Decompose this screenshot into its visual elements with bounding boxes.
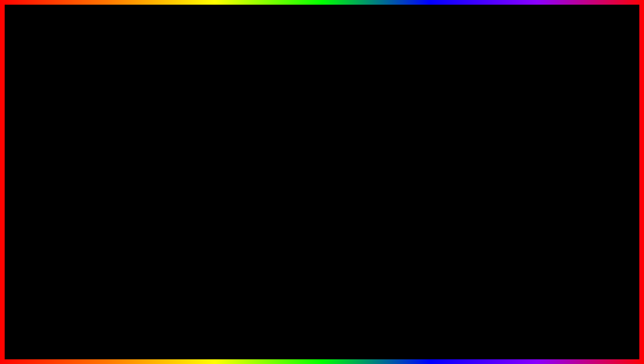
panel-2-close[interactable]: ✕ — [190, 148, 193, 152]
sidebar-raid[interactable]: ✓ Raid — [26, 122, 63, 129]
check2-icon-2: ✓ — [61, 168, 63, 171]
panel-1-close[interactable]: ✕ — [190, 69, 193, 73]
check-icon-6: ✓ — [34, 124, 37, 127]
sidebar-sky-label: Sky — [38, 140, 44, 144]
circle-icon-3 — [29, 94, 32, 98]
sidebar-stats[interactable]: ✓ Stats — [26, 107, 63, 114]
sidebar-item[interactable]: ✓ Item & — [26, 100, 63, 107]
panel-2-min[interactable]: — — [183, 148, 187, 152]
circle-icon-4 — [29, 102, 32, 105]
main-title: BLOX FRUITS — [123, 8, 520, 70]
circle-icon-6 — [29, 116, 32, 120]
health-mob-row[interactable]: Health Mob — [65, 88, 195, 98]
teleport-gear-row[interactable]: Teleport to Gear ⚙ — [91, 186, 195, 196]
update-script: SCRIPT — [259, 321, 394, 358]
sidebar2-worldteleport[interactable]: ✓ World Teleport — [53, 175, 89, 186]
auto-train-race-row[interactable]: Auto Train Race — [91, 212, 195, 221]
panel-2-header: Ego Hub — ✕ — [53, 145, 197, 155]
feature-smooth: SMOOTH — [509, 213, 626, 231]
sidebar2-misc[interactable]: ✓ Misc — [53, 216, 89, 223]
sidebar2-devilfruit[interactable]: ✓ Devil Fruit — [53, 194, 89, 201]
sidebar2-sky[interactable]: 👤 Sky — [53, 223, 89, 234]
feature-fast-attack: FAST ATTACK — [509, 177, 626, 195]
sidebar2-localplayers[interactable]: ✓ Local Players — [53, 164, 89, 175]
avatar-icon: 👤 — [29, 138, 36, 145]
panel-2-controls: — ✕ — [183, 148, 193, 152]
move-cam-moon-label: Move Cam to Moon — [94, 179, 129, 183]
ui-panels: Ego Hub — ✕ Welcome — [25, 65, 198, 237]
check2-icon-5: ✓ — [61, 196, 63, 199]
sidebar-esp[interactable]: ✓ ESP — [26, 114, 63, 122]
sidebar-setting[interactable]: ✓ Setting — [26, 92, 63, 100]
check-icon-5: ✓ — [34, 116, 37, 120]
sidebar-general[interactable]: ✓ General — [26, 85, 63, 92]
sidebar-localp-label: Local P — [38, 131, 51, 135]
logo-text-area: BLX FRUITS — [567, 327, 613, 356]
feature-no-lag: NO LAG — [509, 231, 626, 250]
panel-2-main: Auto Turn On Race v3 Auto Turn On Race v… — [90, 155, 197, 235]
check2-icon-6: ✓ — [61, 203, 63, 207]
panel-2-body: ✓ Raid ✓ Local Players ✓ W — [53, 155, 197, 235]
check2-icon: ✓ — [61, 158, 63, 162]
sidebar-welcome-label: Welcome — [34, 79, 49, 83]
sidebar2-racev4[interactable]: ✓ Race V4 — [53, 201, 89, 208]
move-cam-moon-row[interactable]: Move Cam to Moon — [91, 176, 195, 186]
sidebar-stats-label: Stats — [38, 109, 47, 113]
auto-buy-gear-row[interactable]: Auto Buy Gear — [91, 202, 195, 211]
panel-orange-wrapper: Ego Hub — ✕ Welcome — [25, 65, 198, 150]
race-v4-toggle[interactable] — [186, 168, 192, 174]
feature-race-v4: RACE V4 — [509, 158, 626, 177]
sidebar2-statussever[interactable]: ✓ Status Sever — [53, 186, 89, 194]
move-cam-moon-toggle[interactable] — [186, 178, 192, 184]
sidebar2-raid[interactable]: ✓ Raid — [53, 156, 89, 164]
panel-1-header: Ego Hub — ✕ — [26, 66, 197, 76]
race-v4-section: Race v4 — [91, 196, 195, 202]
sidebar-welcome[interactable]: Welcome — [26, 77, 63, 85]
sidebar2-shop[interactable]: ✓ Shop — [53, 208, 89, 216]
health-mob-toggle[interactable] — [186, 90, 192, 96]
panel-1-min[interactable]: — — [183, 69, 187, 73]
sidebar-esp-label: ESP — [38, 116, 46, 120]
bottom-bar: UPDATE 20 SCRIPT PASTEBIN — [5, 318, 639, 359]
logo-container: BLX FRUITS — [542, 327, 613, 356]
sidebar-localp[interactable]: ✓ Local P — [26, 129, 63, 136]
teleport-gear-label: Teleport to Gear — [94, 189, 123, 193]
panel-1-main: Auto Farm Gun Mastery ✓ Health Mob — [63, 76, 197, 149]
ship-wheel-icon — [542, 330, 565, 353]
update-label: UPDATE — [65, 321, 213, 358]
race-v3-label: Auto Turn On Race v3 — [94, 159, 134, 163]
check2-icon-8: ✓ — [61, 218, 63, 221]
check-icon-3: ✓ — [34, 102, 37, 105]
checkmark-active: ✓ — [186, 79, 192, 85]
race-v4-row[interactable]: Auto Turn On Race v4 — [91, 166, 195, 176]
panel-1-body: Welcome ✓ General ✓ Setting — [26, 76, 197, 149]
auto-buy-gear-toggle[interactable] — [186, 204, 192, 210]
auto-farm-gun-mastery-row[interactable]: Auto Farm Gun Mastery ✓ — [65, 77, 195, 87]
check-symbol: ✓ — [188, 80, 191, 85]
auto-train-race-toggle[interactable] — [186, 214, 192, 220]
logo-area: BLX FRUITS — [542, 327, 613, 356]
teleport-gear-icon[interactable]: ⚙ — [186, 188, 192, 194]
sidebar2-sky-label: Sky — [65, 226, 71, 230]
race-v4-label: Auto Turn On Race v4 — [94, 169, 134, 173]
sidebar-raid-label: Raid — [38, 123, 46, 127]
check-icon-7: ✓ — [34, 131, 37, 135]
auto-buy-gear-label: Auto Buy Gear — [94, 204, 120, 209]
circle2-icon-8 — [56, 218, 59, 221]
circle2-icon-3 — [56, 179, 59, 182]
sidebar2-raid-label: Raid — [65, 158, 73, 162]
sidebar2-devilfruit-label: Devil Fruit — [65, 195, 82, 199]
features-list: AUTO FARM MASTERY RACE V4 FAST ATTACK MA… — [509, 122, 626, 268]
panel-2: Ego Hub — ✕ ✓ Raid — [53, 145, 197, 235]
race-v3-row[interactable]: Auto Turn On Race v3 — [91, 156, 195, 166]
sidebar2-racev4-label: Race V4 — [65, 203, 79, 207]
check2-icon-4: ✓ — [61, 188, 63, 192]
title-blox: BLOX — [123, 4, 290, 73]
main-content: BLOX FRUITS Ego Hub — ✕ — [5, 5, 639, 359]
check2-icon-3: ✓ — [61, 179, 63, 183]
race-v3-toggle[interactable] — [186, 158, 192, 164]
panel-2-sidebar: ✓ Raid ✓ Local Players ✓ W — [53, 155, 90, 235]
circle-icon-8 — [29, 131, 32, 134]
sidebar-item-label: Item & — [38, 101, 49, 105]
feature-magnet: MAGNET — [509, 195, 626, 213]
